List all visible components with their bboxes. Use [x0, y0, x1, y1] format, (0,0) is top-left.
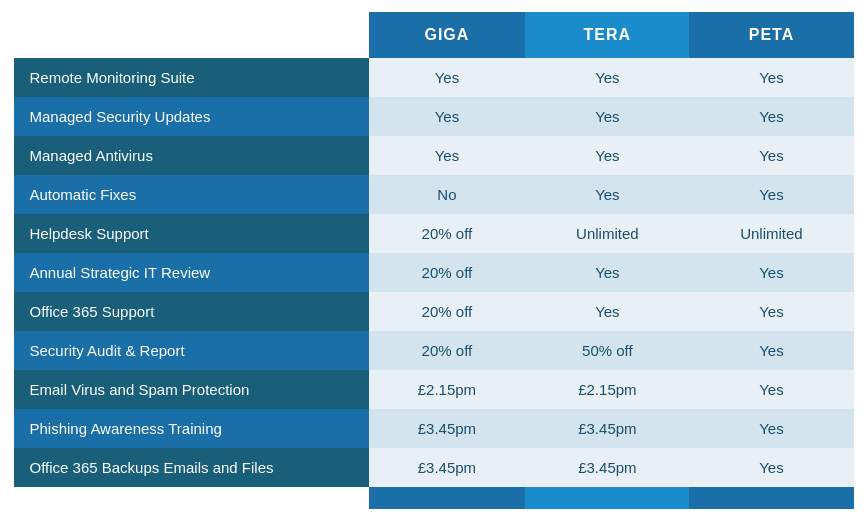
val-tera: Yes: [525, 58, 689, 97]
val-tera: Yes: [525, 136, 689, 175]
table-row: Office 365 Backups Emails and Files£3.45…: [14, 448, 854, 487]
feature-label: Managed Security Updates: [14, 97, 369, 136]
val-giga: Yes: [369, 58, 526, 97]
table-row: Helpdesk Support20% offUnlimitedUnlimite…: [14, 214, 854, 253]
val-peta: Yes: [689, 409, 853, 448]
val-giga: Yes: [369, 136, 526, 175]
val-giga: £3.45pm: [369, 409, 526, 448]
val-peta: Yes: [689, 331, 853, 370]
feature-label: Automatic Fixes: [14, 175, 369, 214]
table-row: Annual Strategic IT Review20% offYesYes: [14, 253, 854, 292]
val-peta: Yes: [689, 253, 853, 292]
comparison-table: GIGA TERA PETA Remote Monitoring SuiteYe…: [14, 12, 854, 509]
val-giga: 20% off: [369, 292, 526, 331]
header-empty: [14, 12, 369, 58]
header-giga: GIGA: [369, 12, 526, 58]
header-tera: TERA: [525, 12, 689, 58]
val-giga: £3.45pm: [369, 448, 526, 487]
val-tera: Yes: [525, 253, 689, 292]
table-row: Security Audit & Report20% off50% offYes: [14, 331, 854, 370]
table-row: Remote Monitoring SuiteYesYesYes: [14, 58, 854, 97]
val-giga: £2.15pm: [369, 370, 526, 409]
table-row: Phishing Awareness Training£3.45pm£3.45p…: [14, 409, 854, 448]
val-peta: Yes: [689, 136, 853, 175]
val-peta: Yes: [689, 97, 853, 136]
feature-label: Office 365 Backups Emails and Files: [14, 448, 369, 487]
val-tera: 50% off: [525, 331, 689, 370]
val-giga: 20% off: [369, 253, 526, 292]
feature-label: Email Virus and Spam Protection: [14, 370, 369, 409]
table-row: Automatic FixesNoYesYes: [14, 175, 854, 214]
feature-label: Office 365 Support: [14, 292, 369, 331]
val-tera: £3.45pm: [525, 448, 689, 487]
val-peta: Yes: [689, 448, 853, 487]
feature-label: Security Audit & Report: [14, 331, 369, 370]
val-giga: Yes: [369, 97, 526, 136]
table-row: Managed Security UpdatesYesYesYes: [14, 97, 854, 136]
val-tera: £2.15pm: [525, 370, 689, 409]
feature-label: Managed Antivirus: [14, 136, 369, 175]
val-tera: Yes: [525, 292, 689, 331]
val-tera: Yes: [525, 97, 689, 136]
feature-label: Phishing Awareness Training: [14, 409, 369, 448]
val-peta: Yes: [689, 58, 853, 97]
feature-label: Helpdesk Support: [14, 214, 369, 253]
val-giga: 20% off: [369, 214, 526, 253]
header-peta: PETA: [689, 12, 853, 58]
val-peta: Unlimited: [689, 214, 853, 253]
table-row: Office 365 Support20% offYesYes: [14, 292, 854, 331]
feature-label: Remote Monitoring Suite: [14, 58, 369, 97]
val-peta: Yes: [689, 370, 853, 409]
val-giga: No: [369, 175, 526, 214]
val-tera: £3.45pm: [525, 409, 689, 448]
val-peta: Yes: [689, 292, 853, 331]
val-tera: Yes: [525, 175, 689, 214]
val-giga: 20% off: [369, 331, 526, 370]
table-row: Email Virus and Spam Protection£2.15pm£2…: [14, 370, 854, 409]
val-peta: Yes: [689, 175, 853, 214]
table-row: Managed AntivirusYesYesYes: [14, 136, 854, 175]
feature-label: Annual Strategic IT Review: [14, 253, 369, 292]
val-tera: Unlimited: [525, 214, 689, 253]
